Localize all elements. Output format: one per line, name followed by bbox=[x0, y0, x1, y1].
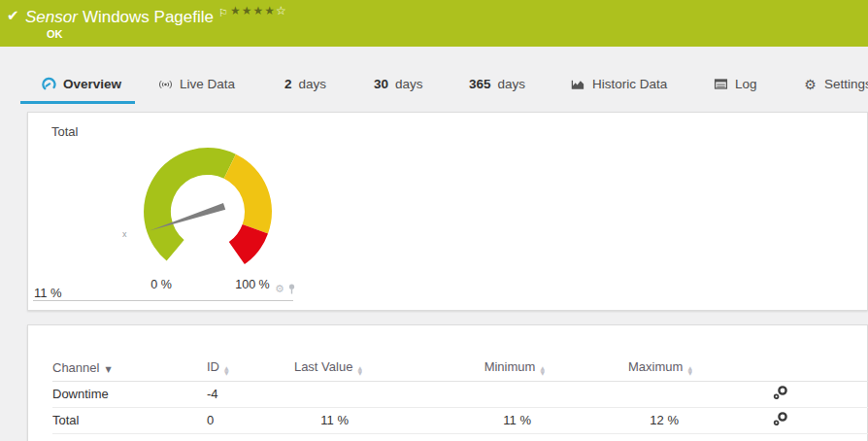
tab-log[interactable]: Log bbox=[714, 68, 757, 100]
column-header-channel[interactable]: Channel▼ bbox=[52, 355, 207, 381]
tab-number: 365 bbox=[469, 77, 491, 91]
tab-overview[interactable]: Overview bbox=[42, 68, 121, 100]
channel-settings-gears-icon[interactable] bbox=[773, 386, 788, 400]
cell-channel[interactable]: Downtime bbox=[52, 381, 207, 407]
cell-id: 0 bbox=[207, 407, 292, 433]
flag-icon[interactable]: ⚐ bbox=[218, 7, 228, 19]
tab-label: Log bbox=[735, 77, 757, 91]
gauge-panel: Total x 0 % 100 % 11 % ⚙ bbox=[27, 112, 868, 311]
cell-last-value: 11 % bbox=[292, 407, 362, 433]
priority-stars[interactable]: ★★★★☆ bbox=[230, 4, 287, 17]
sensor-header: ✔ SensorWindows Pagefile⚐ ★★★★☆ OK bbox=[0, 0, 868, 47]
gear-icon: ⚙ bbox=[803, 77, 818, 91]
tab-label: days bbox=[299, 77, 327, 91]
area-chart-icon bbox=[571, 77, 585, 91]
cell-actions bbox=[692, 381, 868, 407]
tab-historic-data[interactable]: Historic Data bbox=[571, 68, 667, 100]
column-header-last-value[interactable]: Last Value▲▼ bbox=[292, 355, 362, 381]
tab-label: Historic Data bbox=[592, 77, 667, 91]
cell-maximum bbox=[545, 381, 692, 407]
tab-label: Settings bbox=[824, 77, 868, 91]
sort-icon: ▲▼ bbox=[687, 365, 692, 375]
status-ok-check-icon: ✔ bbox=[7, 7, 19, 24]
channel-settings-gears-icon[interactable] bbox=[773, 412, 788, 426]
tab-30-days[interactable]: 30 days bbox=[374, 68, 423, 100]
tab-label: days bbox=[395, 77, 423, 91]
tab-number: 2 bbox=[284, 77, 292, 91]
sort-icon: ▲▼ bbox=[540, 365, 545, 375]
column-header-minimum[interactable]: Minimum▲▼ bbox=[362, 355, 545, 381]
cell-minimum: 11 % bbox=[362, 407, 545, 433]
cell-last-value bbox=[292, 381, 362, 407]
tab-number: 30 bbox=[374, 77, 388, 91]
cell-actions bbox=[692, 407, 868, 433]
cell-id: -4 bbox=[207, 381, 292, 407]
live-broadcast-icon bbox=[158, 77, 173, 91]
cell-channel[interactable]: Total bbox=[52, 407, 207, 433]
star-empty[interactable]: ☆ bbox=[276, 4, 287, 17]
tab-2-days[interactable]: 2 days bbox=[284, 68, 326, 100]
gauge-title: Total bbox=[51, 124, 78, 139]
page-title: SensorWindows Pagefile⚐ bbox=[25, 7, 228, 27]
column-header-id[interactable]: ID▲▼ bbox=[207, 355, 292, 381]
gauge-toolbar: ⚙ bbox=[275, 284, 296, 294]
table-row-downtime[interactable]: Downtime -4 bbox=[52, 381, 868, 407]
column-header-maximum[interactable]: Maximum▲▼ bbox=[545, 355, 692, 381]
channel-table-panel: Channel▼ ID▲▼ Last Value▲▼ Minimum▲▼ Max… bbox=[27, 324, 868, 441]
sensor-page: ✔ SensorWindows Pagefile⚐ ★★★★☆ OK Overv… bbox=[0, 0, 868, 441]
sort-icon: ▲▼ bbox=[357, 365, 362, 375]
cell-minimum bbox=[362, 381, 545, 407]
gauge-current-value: 11 % bbox=[34, 286, 62, 300]
column-header-actions bbox=[692, 355, 868, 381]
channel-table: Channel▼ ID▲▼ Last Value▲▼ Minimum▲▼ Max… bbox=[52, 355, 868, 434]
tab-label: days bbox=[498, 77, 526, 91]
tab-label: Live Data bbox=[180, 77, 235, 91]
tab-settings[interactable]: ⚙ Settings bbox=[803, 68, 868, 100]
gauge-icon bbox=[42, 77, 56, 91]
table-row-total[interactable]: Total 0 11 % 11 % 12 % bbox=[52, 407, 868, 433]
pin-icon[interactable] bbox=[287, 284, 296, 294]
sort-icon: ▲▼ bbox=[224, 365, 229, 375]
gauge-max-label: 100 % bbox=[226, 278, 279, 291]
gauge-axis-marker: x bbox=[122, 229, 127, 239]
stars-filled[interactable]: ★★★★ bbox=[230, 4, 276, 17]
status-badge: OK bbox=[47, 28, 63, 40]
gear-icon[interactable]: ⚙ bbox=[275, 284, 284, 294]
table-header-row: Channel▼ ID▲▼ Last Value▲▼ Minimum▲▼ Max… bbox=[52, 355, 868, 381]
gauge-zone-warning bbox=[224, 154, 272, 234]
tab-bar: Overview Live Data 2 days 30 days 365 bbox=[0, 68, 868, 100]
tab-live-data[interactable]: Live Data bbox=[158, 68, 235, 100]
cell-maximum: 12 % bbox=[545, 407, 692, 433]
gauge-min-label: 0 % bbox=[137, 278, 185, 291]
sort-desc-icon: ▼ bbox=[105, 365, 111, 374]
log-list-icon bbox=[714, 77, 728, 91]
title-prefix: Sensor bbox=[25, 8, 78, 26]
sensor-name: Windows Pagefile bbox=[83, 8, 214, 26]
gauge-baseline bbox=[33, 300, 293, 301]
tab-label: Overview bbox=[63, 77, 121, 91]
tab-365-days[interactable]: 365 days bbox=[469, 68, 525, 100]
total-gauge: x bbox=[111, 124, 305, 289]
